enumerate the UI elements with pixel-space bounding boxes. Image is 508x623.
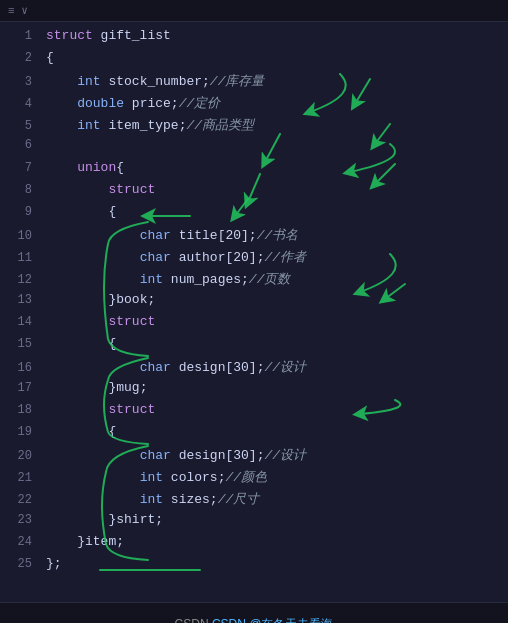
line-content: int colors;//颜色 (46, 468, 267, 486)
line-number: 9 (4, 205, 32, 219)
footer-author: CSDN @在冬天去看海 (212, 617, 334, 624)
line-content: { (46, 50, 54, 65)
code-line: 9 { (0, 204, 508, 226)
line-number: 6 (4, 138, 32, 152)
line-number: 21 (4, 471, 32, 485)
code-line: 18 struct (0, 402, 508, 424)
code-line: 4 double price;//定价 (0, 94, 508, 116)
line-content: char title[20];//书名 (46, 226, 298, 244)
code-line: 19 { (0, 424, 508, 446)
line-number: 10 (4, 229, 32, 243)
line-content: { (46, 204, 116, 219)
code-line: 6 (0, 138, 508, 160)
code-line: 24 }item; (0, 534, 508, 556)
line-number: 24 (4, 535, 32, 549)
line-number: 22 (4, 493, 32, 507)
code-line: 16 char design[30];//设计 (0, 358, 508, 380)
code-line: 14 struct (0, 314, 508, 336)
line-content: union{ (46, 160, 124, 175)
line-content: int sizes;//尺寸 (46, 490, 259, 508)
line-content: { (46, 336, 116, 351)
menu-icon: ≡ ∨ (8, 4, 28, 17)
editor: 1struct gift_list2{3 int stock_number;//… (0, 22, 508, 602)
line-number: 2 (4, 51, 32, 65)
code-line: 22 int sizes;//尺寸 (0, 490, 508, 512)
top-bar: ≡ ∨ (0, 0, 508, 22)
line-number: 13 (4, 293, 32, 307)
line-number: 1 (4, 29, 32, 43)
line-number: 17 (4, 381, 32, 395)
line-number: 19 (4, 425, 32, 439)
code-line: 11 char author[20];//作者 (0, 248, 508, 270)
line-number: 20 (4, 449, 32, 463)
code-line: 1struct gift_list (0, 28, 508, 50)
line-number: 8 (4, 183, 32, 197)
line-content: }; (46, 556, 62, 571)
line-number: 18 (4, 403, 32, 417)
line-content: int num_pages;//页数 (46, 270, 290, 288)
line-content: { (46, 424, 116, 439)
line-content: int stock_number;//库存量 (46, 72, 264, 90)
code-line: 17 }mug; (0, 380, 508, 402)
code-line: 25}; (0, 556, 508, 578)
line-number: 5 (4, 119, 32, 133)
code-line: 12 int num_pages;//页数 (0, 270, 508, 292)
line-number: 14 (4, 315, 32, 329)
code-line: 21 int colors;//颜色 (0, 468, 508, 490)
code-line: 13 }book; (0, 292, 508, 314)
line-content: }book; (46, 292, 155, 307)
code-line: 20 char design[30];//设计 (0, 446, 508, 468)
line-content: char design[30];//设计 (46, 358, 306, 376)
line-content: int item_type;//商品类型 (46, 116, 254, 134)
line-content: struct gift_list (46, 28, 171, 43)
code-line: 5 int item_type;//商品类型 (0, 116, 508, 138)
line-content: double price;//定价 (46, 94, 220, 112)
line-number: 3 (4, 75, 32, 89)
line-content: char author[20];//作者 (46, 248, 306, 266)
line-number: 7 (4, 161, 32, 175)
code-area: 1struct gift_list2{3 int stock_number;//… (0, 22, 508, 578)
code-line: 23 }shirt; (0, 512, 508, 534)
line-number: 25 (4, 557, 32, 571)
line-content: struct (46, 182, 155, 197)
code-line: 7 union{ (0, 160, 508, 182)
line-number: 15 (4, 337, 32, 351)
code-line: 15 { (0, 336, 508, 358)
line-number: 11 (4, 251, 32, 265)
line-number: 23 (4, 513, 32, 527)
code-line: 8 struct (0, 182, 508, 204)
footer: CSDN CSDN @在冬天去看海 (0, 602, 508, 623)
line-content: struct (46, 402, 155, 417)
line-content: }item; (46, 534, 124, 549)
code-line: 10 char title[20];//书名 (0, 226, 508, 248)
line-number: 4 (4, 97, 32, 111)
line-content: struct (46, 314, 155, 329)
line-content: char design[30];//设计 (46, 446, 306, 464)
code-line: 3 int stock_number;//库存量 (0, 72, 508, 94)
line-number: 16 (4, 361, 32, 375)
footer-text: CSDN CSDN @在冬天去看海 (175, 616, 334, 624)
line-number: 12 (4, 273, 32, 287)
line-content: }shirt; (46, 512, 163, 527)
code-line: 2{ (0, 50, 508, 72)
line-content: }mug; (46, 380, 147, 395)
